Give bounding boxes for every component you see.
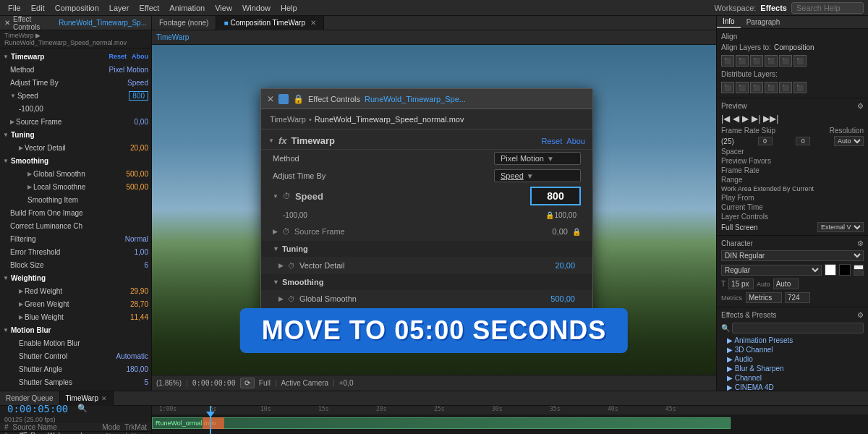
tracking-row: Metrics bbox=[717, 291, 868, 305]
popup-icon bbox=[278, 94, 289, 104]
smoothing-section-header[interactable]: ▼ Smoothing bbox=[0, 154, 151, 167]
preview-prev-icon[interactable]: ◀ bbox=[733, 114, 739, 124]
weighting-section-header[interactable]: ▼ Weighting bbox=[0, 271, 151, 284]
menu-effect[interactable]: Effect bbox=[135, 3, 163, 13]
character-settings-icon[interactable]: ⚙ bbox=[857, 239, 864, 247]
layer-header-num: # bbox=[4, 423, 9, 431]
popup-source-clock-icon: ⏱ bbox=[282, 227, 290, 236]
align-top-btn[interactable]: ⬛ bbox=[765, 55, 778, 67]
top-bar-right: Workspace: Effects bbox=[714, 2, 864, 14]
skip-value-input[interactable] bbox=[796, 137, 810, 145]
timeline-track-area: RuneWol_ormal.mov bbox=[152, 414, 868, 434]
top-bar: File Edit Composition Layer Effect Anima… bbox=[0, 0, 868, 16]
timeline-body: 0:00:05:00 🔍 00125 (25.00 fps) # Source … bbox=[0, 406, 868, 434]
popup-speed-input[interactable]: 800 bbox=[530, 187, 581, 205]
align-bottom-btn[interactable]: ⬛ bbox=[793, 55, 807, 67]
distribute-center-h-btn[interactable]: ⬛ bbox=[736, 82, 749, 93]
effect-item-blur-sharpen[interactable]: ▶ Blur & Sharpen bbox=[717, 364, 868, 373]
popup-reset-btn[interactable]: Reset bbox=[542, 137, 563, 145]
align-layers-value: Composition bbox=[774, 43, 814, 51]
layer-track-bar[interactable]: RuneWol_ormal.mov bbox=[152, 417, 731, 429]
font-name-row: DIN Regular bbox=[717, 249, 868, 263]
font-style-select[interactable]: Regular bbox=[721, 265, 822, 276]
motion-blur-section-header[interactable]: ▼ Motion Blur bbox=[0, 323, 151, 336]
align-center-v-btn[interactable]: ⬛ bbox=[779, 55, 792, 67]
viewer-reset-btn[interactable]: ⟳ bbox=[240, 378, 255, 388]
popup-close-icon[interactable]: ✕ bbox=[267, 94, 274, 104]
effect-item-channel[interactable]: ▶ Channel bbox=[717, 373, 868, 383]
preview-first-icon[interactable]: |◀ bbox=[721, 114, 730, 124]
font-color-swatch[interactable] bbox=[825, 264, 836, 276]
preview-next-icon[interactable]: ▶| bbox=[752, 114, 760, 124]
font-stroke-swatch[interactable] bbox=[839, 264, 851, 276]
speed-value[interactable]: 800 bbox=[129, 91, 148, 101]
tuning-section-header[interactable]: ▼ Tuning bbox=[0, 128, 151, 141]
tab-footage[interactable]: Footage (none) bbox=[152, 16, 216, 30]
tab-info[interactable]: Info bbox=[717, 16, 741, 28]
kerning-select[interactable] bbox=[746, 292, 782, 303]
menu-composition[interactable]: Composition bbox=[51, 3, 103, 13]
build-from-label: Build From One Image bbox=[10, 209, 148, 217]
swatch-2[interactable] bbox=[854, 271, 864, 276]
local-smooth-row: ▶ Local Smoothne 500,00 bbox=[0, 180, 151, 193]
distribute-top-btn[interactable]: ⬛ bbox=[765, 82, 778, 93]
preview-section: Preview ⚙ |◀ ◀ ▶ ▶| ▶▶| Frame Rate Skip … bbox=[717, 98, 868, 236]
popup-adjust-dropdown[interactable]: Speed ▼ bbox=[494, 169, 581, 182]
distribute-left-btn[interactable]: ⬛ bbox=[721, 82, 734, 93]
effect-item-audio[interactable]: ▶ Audio bbox=[717, 354, 868, 364]
popup-tuning-triangle-icon[interactable]: ▼ bbox=[273, 245, 279, 252]
left-panel-close-icon[interactable]: ✕ bbox=[4, 19, 10, 27]
font-size-input[interactable] bbox=[728, 278, 754, 289]
timewarp-section-header[interactable]: ▼ Timewarp Reset Abou bbox=[0, 50, 151, 63]
tab-composition-close-icon[interactable]: ✕ bbox=[310, 19, 316, 27]
help-search-input[interactable] bbox=[791, 2, 864, 14]
effect-item-3d-channel[interactable]: ▶ 3D Channel bbox=[717, 345, 868, 354]
skip-frames-input[interactable] bbox=[758, 137, 773, 145]
menu-window[interactable]: Window bbox=[239, 3, 274, 13]
banner-text: MOVE TO 05:00 SECONDS bbox=[262, 315, 606, 345]
preview-settings-icon[interactable]: ⚙ bbox=[857, 102, 864, 110]
popup-title-highlight: RuneWold_Timewarp_Spe... bbox=[365, 95, 466, 103]
align-right-btn[interactable]: ⬛ bbox=[750, 55, 763, 67]
block-size-value: 6 bbox=[119, 261, 148, 269]
weighting-triangle-icon: ▼ bbox=[3, 275, 9, 281]
align-center-h-btn[interactable]: ⬛ bbox=[736, 55, 749, 67]
tab-composition[interactable]: ■ Composition TimeWarp ✕ bbox=[216, 16, 324, 30]
block-size-row: Block Size 6 bbox=[0, 258, 151, 271]
preview-last-icon[interactable]: ▶▶| bbox=[763, 114, 778, 124]
align-layers-label: Align Layers to: bbox=[721, 43, 771, 51]
shutter-angle-value: 180,00 bbox=[119, 365, 148, 373]
menu-help[interactable]: Help bbox=[277, 3, 301, 13]
popup-effect-header: ▼ fx Timewarp Reset Abou bbox=[261, 132, 592, 150]
timeline-search-icon[interactable]: 🔍 bbox=[75, 401, 90, 416]
resolution-select[interactable]: Auto Full Half bbox=[834, 136, 864, 146]
menu-file[interactable]: File bbox=[4, 3, 25, 13]
menu-view[interactable]: View bbox=[211, 3, 236, 13]
line-height-input[interactable] bbox=[773, 278, 799, 289]
menu-layer[interactable]: Layer bbox=[106, 3, 133, 13]
distribute-right-btn[interactable]: ⬛ bbox=[750, 82, 763, 93]
effects-search-input[interactable] bbox=[732, 323, 864, 333]
font-family-select[interactable]: DIN Regular bbox=[721, 250, 864, 261]
preview-play-icon[interactable]: ▶ bbox=[742, 114, 749, 124]
timewarp-reset-btn[interactable]: Reset bbox=[109, 53, 127, 60]
swatch-1[interactable] bbox=[854, 265, 864, 270]
tab-paragraph[interactable]: Paragraph bbox=[741, 17, 786, 27]
range-value-row: Work Area Extended By Current bbox=[717, 184, 868, 193]
popup-source-triangle-icon: ▶ bbox=[273, 228, 278, 235]
distribute-bottom-btn[interactable]: ⬛ bbox=[793, 82, 807, 93]
popup-smoothing-triangle-icon[interactable]: ▼ bbox=[273, 278, 279, 286]
full-screen-select[interactable]: External V bbox=[817, 222, 864, 232]
effects-presets-settings-icon[interactable]: ⚙ bbox=[857, 311, 864, 319]
align-left-btn[interactable]: ⬛ bbox=[721, 55, 734, 67]
timewarp-about-btn[interactable]: Abou bbox=[132, 53, 148, 60]
popup-method-dropdown[interactable]: Pixel Motion ▼ bbox=[494, 152, 581, 165]
distribute-center-v-btn[interactable]: ⬛ bbox=[779, 82, 792, 93]
tracking-input[interactable] bbox=[785, 292, 810, 303]
effect-item-animation-presets[interactable]: ▶ Animation Presets bbox=[717, 336, 868, 345]
popup-source-label: Source Frame bbox=[294, 227, 548, 236]
menu-edit[interactable]: Edit bbox=[27, 3, 48, 13]
effect-item-cinema4d[interactable]: ▶ CINEMA 4D bbox=[717, 383, 868, 391]
menu-animation[interactable]: Animation bbox=[166, 3, 208, 13]
popup-about-btn[interactable]: Abou bbox=[566, 137, 585, 145]
